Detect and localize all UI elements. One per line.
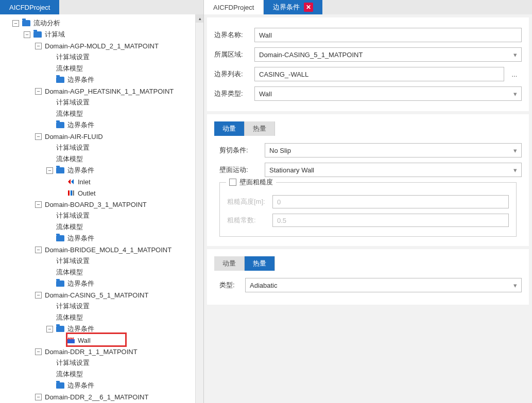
boundary-name-label: 边界名称: xyxy=(214,30,254,40)
tree-label: 计算域设置 xyxy=(56,211,90,220)
tree-item-fluid[interactable]: 流体模型 xyxy=(2,108,203,119)
folder-icon xyxy=(56,382,64,389)
tree-label: 流体模型 xyxy=(56,313,83,322)
tree-domain[interactable]: −Domain-DDR_1_1_MATPOINT xyxy=(2,346,203,357)
tree-label: 计算域设置 xyxy=(56,98,90,107)
roughness-title: 壁面粗糙度 xyxy=(226,178,276,187)
close-icon[interactable]: ✕ xyxy=(304,3,313,12)
tab-project-right[interactable]: AICFDProject xyxy=(204,0,264,14)
tree-item-bc[interactable]: 边界条件 xyxy=(2,74,203,85)
tree-label: Domain-BOARD_3_1_MATPOINT xyxy=(45,201,147,208)
shear-value: No Slip xyxy=(269,147,291,154)
boundary-list-more-button[interactable]: ... xyxy=(507,67,522,81)
tree-domain[interactable]: −Domain-AGP_HEATSINK_1_1_MATPOINT xyxy=(2,85,203,97)
project-tree[interactable]: −流动分析−计算域−Domain-AGP-MOLD_2_1_MATPOINT计算… xyxy=(0,14,203,403)
right-tab-bar: AICFDProject 边界条件 ✕ xyxy=(204,0,532,14)
tree-toggle[interactable]: − xyxy=(46,167,53,174)
tree-item-bc[interactable]: 边界条件 xyxy=(2,119,203,131)
tab-boundary-conditions[interactable]: 边界条件 ✕ xyxy=(264,0,322,14)
tree-toggle[interactable]: − xyxy=(35,348,42,355)
heat-section: 动量 热量 类型: Adiabatic xyxy=(207,249,529,305)
tree-item-settings[interactable]: 计算域设置 xyxy=(2,255,203,267)
folder-icon xyxy=(56,281,64,287)
region-select[interactable]: Domain-CASING_5_1_MATPOINT xyxy=(254,47,522,62)
boundary-list-input[interactable] xyxy=(254,67,504,81)
tree-toggle[interactable]: − xyxy=(35,247,42,253)
region-label: 所属区域: xyxy=(214,50,254,59)
tree-scrollbar[interactable]: ▴ xyxy=(195,14,203,403)
tree-bc-wall[interactable]: Wall xyxy=(2,335,203,346)
tree-root-node[interactable]: −流动分析 xyxy=(2,17,203,29)
tree-domain[interactable]: −Domain-AIR-FLUID xyxy=(2,131,203,142)
tree-bc-outlet[interactable]: Outlet xyxy=(2,187,203,199)
tree-label: 计算域设置 xyxy=(56,302,90,311)
rough-const-input xyxy=(272,214,509,227)
tree-toggle[interactable]: − xyxy=(46,326,53,332)
rough-const-label: 粗糙常数: xyxy=(227,216,272,225)
roughness-checkbox[interactable] xyxy=(229,179,236,186)
folder-icon xyxy=(56,235,64,241)
tree-item-fluid[interactable]: 流体模型 xyxy=(2,153,203,165)
tree-label: 边界条件 xyxy=(67,381,94,390)
tree-item-settings[interactable]: 计算域设置 xyxy=(2,301,203,312)
svg-rect-3 xyxy=(67,339,75,343)
tree-item-bc[interactable]: 边界条件 xyxy=(2,233,203,244)
tree-domain[interactable]: −Domain-BRIDGE_MOLD_4_1_MATPOINT xyxy=(2,244,203,255)
tree-item-settings[interactable]: 计算域设置 xyxy=(2,97,203,108)
tab-momentum-2[interactable]: 动量 xyxy=(214,256,245,271)
boundary-form: 边界名称: 所属区域: Domain-CASING_5_1_MATPOINT 边… xyxy=(207,17,529,111)
inlet-icon xyxy=(67,179,75,185)
tab-project[interactable]: AICFDProject xyxy=(0,0,59,14)
wall-motion-select[interactable]: Stationary Wall xyxy=(265,163,522,177)
tree-domain[interactable]: −Domain-AGP-MOLD_2_1_MATPOINT xyxy=(2,40,203,51)
tree-label: Outlet xyxy=(78,189,96,197)
tree-item-bc[interactable]: 边界条件 xyxy=(2,380,203,391)
tree-toggle[interactable]: − xyxy=(24,31,30,38)
scroll-up-icon[interactable]: ▴ xyxy=(196,14,203,23)
heat-type-label: 类型: xyxy=(219,281,245,290)
heat-type-select[interactable]: Adiabatic xyxy=(245,278,522,292)
boundary-name-input[interactable] xyxy=(254,28,522,42)
tree-label: 边界条件 xyxy=(67,75,94,84)
tree-toggle[interactable]: − xyxy=(35,133,42,140)
tree-label: 流体模型 xyxy=(56,268,83,277)
tree-panel: AICFDProject −流动分析−计算域−Domain-AGP-MOLD_2… xyxy=(0,0,204,403)
tree-item-fluid[interactable]: 流体模型 xyxy=(2,221,203,233)
folder-icon xyxy=(22,20,30,26)
tree-item-bc[interactable]: −边界条件 xyxy=(2,165,203,176)
tree-label: 边界条件 xyxy=(67,166,94,175)
tree-label: Domain-CASING_5_1_MATPOINT xyxy=(45,291,148,299)
tree-label: 流动分析 xyxy=(33,19,60,28)
tree-domain[interactable]: −Domain-BOARD_3_1_MATPOINT xyxy=(2,199,203,210)
tree-item-fluid[interactable]: 流体模型 xyxy=(2,369,203,380)
tree-toggle[interactable]: − xyxy=(35,394,42,400)
tree-domain[interactable]: −Domain-DDR_2__6_1_MATPOINT xyxy=(2,391,203,402)
tree-item-settings[interactable]: 计算域设置 xyxy=(2,210,203,221)
tree-label: Domain-AGP_HEATSINK_1_1_MATPOINT xyxy=(45,87,174,95)
tree-domain[interactable]: −Domain-CASING_5_1_MATPOINT xyxy=(2,289,203,301)
tab-momentum[interactable]: 动量 xyxy=(214,121,245,136)
tree-toggle[interactable]: − xyxy=(35,201,42,208)
boundary-type-select[interactable]: Wall xyxy=(254,86,522,101)
tree-compute-domain[interactable]: −计算域 xyxy=(2,29,203,40)
tree-item-settings[interactable]: 计算域设置 xyxy=(2,142,203,153)
folder-icon xyxy=(56,326,64,332)
tree-item-settings[interactable]: 计算域设置 xyxy=(2,357,203,369)
heat-tabs: 动量 热量 xyxy=(214,256,522,271)
tree-item-fluid[interactable]: 流体模型 xyxy=(2,312,203,323)
tree-toggle[interactable]: − xyxy=(35,43,42,49)
tree-toggle[interactable]: − xyxy=(35,88,42,95)
wall-motion-label: 壁面运动: xyxy=(219,165,265,174)
tree-toggle[interactable]: − xyxy=(35,292,42,299)
tab-heat-2[interactable]: 热量 xyxy=(245,256,275,271)
shear-select[interactable]: No Slip xyxy=(265,143,522,157)
tree-item-bc[interactable]: 边界条件 xyxy=(2,278,203,289)
roughness-label: 壁面粗糙度 xyxy=(239,178,273,187)
tree-toggle[interactable]: − xyxy=(12,20,19,27)
tab-heat[interactable]: 热量 xyxy=(245,121,275,136)
tree-item-settings[interactable]: 计算域设置 xyxy=(2,51,203,63)
tree-item-bc[interactable]: −边界条件 xyxy=(2,323,203,335)
tree-item-fluid[interactable]: 流体模型 xyxy=(2,267,203,278)
tree-bc-inlet[interactable]: Inlet xyxy=(2,176,203,187)
tree-item-fluid[interactable]: 流体模型 xyxy=(2,63,203,74)
